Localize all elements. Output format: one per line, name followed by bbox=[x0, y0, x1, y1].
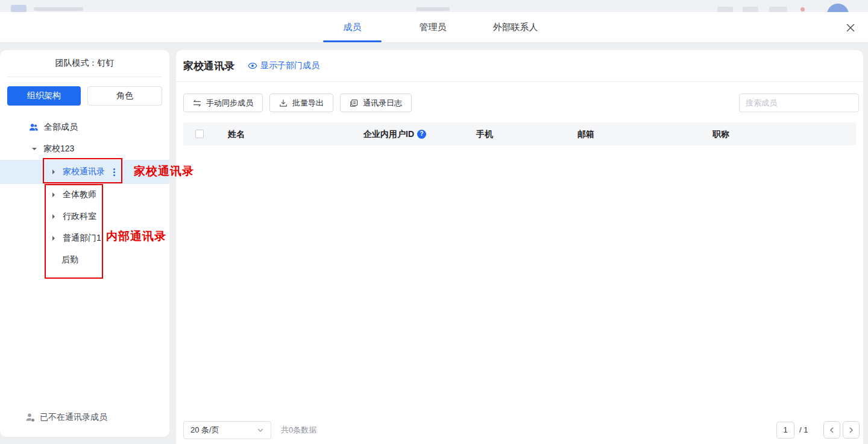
tree-item-label: 后勤 bbox=[61, 255, 78, 265]
org-tree: 全部成员 家校123 家校通讯录 全体教师 bbox=[0, 116, 169, 271]
contact-log-button[interactable]: 通讯录日志 bbox=[340, 94, 412, 112]
person-removed-icon bbox=[25, 413, 35, 422]
total-pages-label: / 1 bbox=[799, 422, 808, 439]
chevron-down-icon bbox=[257, 427, 264, 434]
batch-export-button[interactable]: 批量导出 bbox=[269, 94, 333, 112]
show-sub-departments-label: 显示子部门成员 bbox=[260, 60, 319, 71]
tree-item-label: 家校通讯录 bbox=[63, 166, 105, 177]
caret-right-icon[interactable] bbox=[51, 235, 57, 241]
help-icon[interactable]: ? bbox=[417, 130, 426, 139]
column-header-user-id: 企业内用户ID? bbox=[363, 122, 426, 145]
role-button[interactable]: 角色 bbox=[87, 86, 162, 106]
tree-item-admin-office[interactable]: 行政科室 bbox=[0, 206, 169, 227]
tab-admins[interactable]: 管理员 bbox=[400, 12, 465, 42]
tree-item-root-org[interactable]: 家校123 bbox=[0, 138, 169, 160]
background-dot-remnant bbox=[800, 7, 805, 11]
background-page-strip bbox=[0, 0, 868, 12]
chevron-left-icon bbox=[828, 427, 835, 434]
more-actions-icon[interactable] bbox=[113, 168, 115, 176]
sync-icon bbox=[193, 99, 201, 107]
contact-log-label: 通讯录日志 bbox=[363, 98, 402, 109]
not-in-contacts-link[interactable]: 已不在通讯录成员 bbox=[25, 411, 107, 424]
column-header-name: 姓名 bbox=[228, 122, 245, 145]
select-all-checkbox[interactable] bbox=[195, 130, 204, 138]
tree-item-all-teachers[interactable]: 全体教师 bbox=[0, 184, 169, 206]
tree-item-normal-dept1[interactable]: 普通部门1 bbox=[0, 227, 169, 249]
log-icon bbox=[350, 99, 358, 107]
search-icon[interactable] bbox=[852, 98, 852, 107]
close-button[interactable] bbox=[843, 20, 858, 36]
tree-item-label: 全部成员 bbox=[44, 122, 78, 133]
tree-item-logistics[interactable]: 后勤 bbox=[0, 249, 169, 271]
caret-right-icon[interactable] bbox=[51, 192, 57, 198]
manual-sync-label: 手动同步成员 bbox=[206, 98, 253, 109]
current-page-input[interactable]: 1 bbox=[776, 422, 794, 439]
search-input[interactable] bbox=[746, 98, 852, 107]
export-icon bbox=[279, 99, 288, 107]
panel-header: 家校通讯录 显示子部门成员 bbox=[176, 50, 863, 82]
batch-export-label: 批量导出 bbox=[292, 98, 324, 109]
caret-right-icon[interactable] bbox=[51, 214, 57, 220]
background-logo bbox=[11, 5, 27, 12]
column-header-mobile: 手机 bbox=[476, 122, 493, 145]
modal-tabbar: 成员 管理员 外部联系人 bbox=[0, 12, 868, 43]
eye-icon bbox=[248, 61, 257, 71]
background-text-remnant bbox=[34, 7, 83, 11]
tree-item-label: 行政科室 bbox=[63, 211, 96, 222]
table-header-row: 姓名 企业内用户ID? 手机 邮箱 职称 bbox=[183, 122, 856, 145]
column-header-email: 邮箱 bbox=[577, 122, 594, 145]
team-mode-label: 团队模式：钉钉 bbox=[7, 50, 162, 77]
tree-item-label: 家校123 bbox=[43, 144, 74, 154]
total-count-label: 共0条数据 bbox=[281, 421, 316, 439]
group-icon bbox=[29, 122, 39, 132]
panel-title: 家校通讯录 bbox=[183, 59, 234, 73]
not-in-contacts-label: 已不在通讯录成员 bbox=[40, 412, 107, 423]
tree-item-home-school-contacts[interactable]: 家校通讯录 bbox=[0, 160, 169, 184]
manual-sync-button[interactable]: 手动同步成员 bbox=[183, 94, 263, 112]
close-icon bbox=[846, 23, 855, 33]
page-size-select[interactable]: 20 条/页 bbox=[183, 421, 271, 439]
org-sidebar: 团队模式：钉钉 组织架构 角色 全部成员 家校123 bbox=[0, 50, 169, 437]
background-text-remnant bbox=[416, 7, 450, 11]
org-structure-button[interactable]: 组织架构 bbox=[7, 86, 81, 106]
search-box bbox=[739, 94, 859, 112]
background-icon-remnant bbox=[769, 7, 787, 12]
tree-item-label: 普通部门1 bbox=[63, 233, 101, 244]
active-tab-underline bbox=[323, 40, 382, 42]
background-icon-remnant bbox=[743, 7, 758, 12]
tab-external-contacts[interactable]: 外部联系人 bbox=[481, 12, 550, 42]
tree-item-all-members[interactable]: 全部成员 bbox=[0, 116, 169, 138]
background-avatar-remnant bbox=[827, 4, 849, 12]
chevron-right-icon bbox=[848, 427, 855, 434]
caret-right-icon[interactable] bbox=[51, 169, 57, 175]
next-page-button[interactable] bbox=[843, 421, 860, 439]
page-size-value: 20 条/页 bbox=[190, 425, 219, 436]
sidebar-toggle-buttons: 组织架构 角色 bbox=[7, 86, 162, 106]
column-header-title: 职称 bbox=[712, 122, 729, 145]
caret-down-icon[interactable] bbox=[31, 146, 37, 152]
background-icon-remnant bbox=[717, 7, 733, 12]
tab-members[interactable]: 成员 bbox=[323, 12, 382, 42]
members-panel: 家校通讯录 显示子部门成员 手动同步成员 批量导出 通讯录日志 bbox=[176, 50, 863, 444]
show-sub-departments-link[interactable]: 显示子部门成员 bbox=[248, 60, 319, 71]
tree-item-label: 全体教师 bbox=[63, 189, 96, 200]
toolbar: 手动同步成员 批量导出 通讯录日志 bbox=[183, 94, 412, 112]
modal-body: 团队模式：钉钉 组织架构 角色 全部成员 家校123 bbox=[0, 43, 868, 444]
prev-page-button[interactable] bbox=[823, 421, 840, 439]
